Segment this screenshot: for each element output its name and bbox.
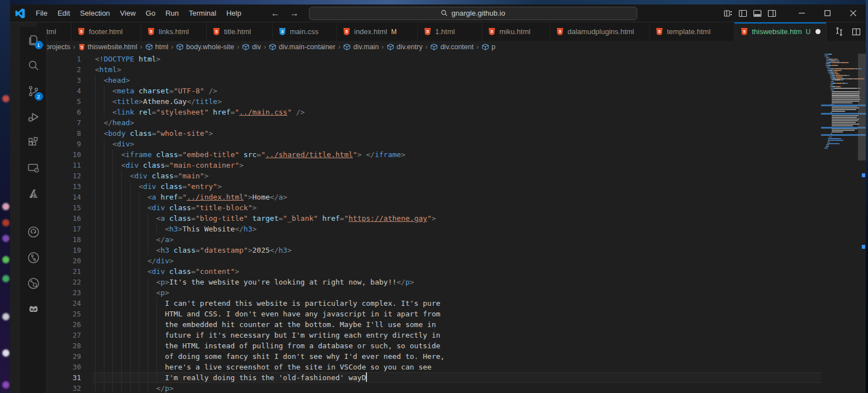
tab-label: index.html (354, 27, 387, 36)
svg-text:5: 5 (426, 29, 429, 34)
indent-guide (130, 383, 131, 393)
code-line: 9<div> (37, 139, 821, 149)
code-line-content: <div class="entry"> (95, 181, 821, 192)
sidebar-item-remote-explorer[interactable] (20, 155, 47, 181)
scrollbar-slider[interactable] (858, 54, 866, 160)
tab-git-badge: M (391, 28, 397, 36)
breadcrumb-label: div.entry (397, 43, 422, 51)
back-button[interactable]: ← (271, 8, 280, 18)
breadcrumb-item-div-main-container[interactable]: div.main-container (269, 43, 335, 51)
breadcrumb-item-div-main[interactable]: div.main (343, 43, 379, 51)
breadcrumb-item-p[interactable]: p (481, 43, 495, 51)
menu-item-run[interactable]: Run (160, 5, 184, 22)
tab-dalamudplugins-html[interactable]: 5dalamudplugins.html (550, 22, 650, 41)
symbol-icon (145, 43, 153, 51)
sidebar-item-github[interactable] (20, 219, 47, 245)
svg-text:5: 5 (345, 29, 348, 34)
indent-guide (147, 383, 148, 393)
tab-template-html[interactable]: 5template.html (650, 22, 735, 41)
indent-guide (139, 330, 139, 340)
tab-links-html[interactable]: 5links.html (141, 22, 207, 41)
tab-main-css[interactable]: 3main.css (273, 22, 337, 41)
code-text: </a> (95, 234, 821, 245)
menu-item-terminal[interactable]: Terminal (184, 5, 221, 22)
command-center-search[interactable]: gnargle.github.io (309, 7, 637, 20)
indent-guide (104, 202, 104, 213)
sidebar-item-godot-tools[interactable] (20, 296, 47, 322)
svg-text:5: 5 (559, 29, 561, 34)
minimap-line (829, 73, 840, 74)
split-editor-icon[interactable] (852, 27, 861, 36)
minimap-line (826, 63, 829, 64)
indent-guide (130, 287, 131, 298)
code-text: the HTML instead of pulling from a datab… (95, 340, 821, 351)
toggle-panel-icon[interactable] (753, 9, 762, 18)
sidebar-item-commit-graph[interactable] (20, 245, 47, 271)
code-text: </p> (95, 383, 821, 393)
indent-guide (112, 224, 113, 234)
minimap-line (824, 55, 828, 56)
indent-guide (104, 298, 104, 309)
tab-thiswebsite-html[interactable]: 5thiswebsite.htmlU (735, 22, 827, 41)
breadcrumb-separator: › (338, 43, 340, 51)
menu-item-view[interactable]: View (115, 5, 141, 22)
code-text: <!DOCTYPE html> (95, 54, 821, 64)
close-button[interactable] (840, 4, 866, 22)
indent-guide (95, 309, 96, 319)
tab-miku-html[interactable]: 5miku.html (482, 22, 550, 41)
indent-guide (95, 224, 96, 234)
code-text: <p> (95, 287, 821, 298)
breadcrumb-item-body-whole-site[interactable]: body.whole-site (176, 43, 234, 51)
menu-item-edit[interactable]: Edit (53, 5, 75, 22)
sidebar-item-extensions[interactable] (20, 130, 47, 155)
indent-guide (112, 351, 113, 362)
customize-layout-icon[interactable] (724, 9, 733, 18)
sidebar-item-source-control[interactable]: 2 (20, 78, 47, 104)
minimize-button[interactable] (789, 4, 814, 22)
menu-item-go[interactable]: Go (141, 5, 160, 22)
activity-bar: 1 2 (20, 27, 47, 393)
indent-guide (112, 383, 113, 393)
indent-guide (104, 309, 104, 319)
indent-guide (156, 362, 157, 372)
tab-footer-html[interactable]: 5footer.html (71, 22, 141, 41)
menu-item-help[interactable]: Help (221, 5, 246, 22)
minimap-line (828, 138, 841, 139)
indent-guide (121, 372, 122, 383)
toggle-secondary-sidebar-icon[interactable] (767, 9, 776, 18)
breadcrumb-item-thiswebsite-html[interactable]: 5thiswebsite.html (78, 43, 137, 51)
forward-button[interactable]: → (290, 8, 299, 18)
indent-guide (95, 139, 96, 149)
indent-guide (95, 255, 96, 266)
indent-guide (139, 362, 139, 372)
menu-item-file[interactable]: File (31, 5, 53, 22)
open-changes-icon[interactable] (834, 27, 844, 36)
sidebar-item-explorer[interactable]: 1 (20, 27, 47, 53)
code-line: 8<body class="whole-site"> (37, 128, 821, 139)
indent-guide (95, 277, 96, 287)
tab-title-html[interactable]: 5title.html (207, 22, 273, 41)
menu-item-selection[interactable]: Selection (75, 5, 115, 22)
code-text: <body class="whole-site"> (95, 128, 821, 139)
maximize-button[interactable] (814, 4, 840, 22)
source-control-badge: 2 (35, 92, 43, 101)
breadcrumb-separator: › (381, 43, 384, 51)
tab-index-html[interactable]: 5index.htmlM (337, 22, 418, 41)
breadcrumb-item-html[interactable]: html (145, 43, 169, 51)
sidebar-item-search[interactable] (20, 53, 47, 78)
toggle-primary-sidebar-icon[interactable] (738, 9, 747, 18)
dirty-indicator[interactable] (815, 29, 821, 34)
breadcrumb-item-div-entry[interactable]: div.entry (387, 43, 422, 51)
sidebar-item-run-debug[interactable] (20, 104, 47, 130)
indent-guide (156, 351, 157, 362)
tab-1-html[interactable]: 51.html (418, 22, 482, 41)
breadcrumb-item-div[interactable]: div (242, 43, 261, 51)
sidebar-item-search-commits[interactable] (20, 271, 47, 296)
sidebar-item-azure[interactable] (20, 181, 47, 207)
vertical-scrollbar[interactable] (858, 53, 866, 393)
indent-guide (121, 362, 122, 372)
breadcrumb-item-projects[interactable]: projects (46, 43, 70, 51)
svg-text:5: 5 (80, 45, 83, 49)
code-editor[interactable]: 1<!DOCTYPE html>2<html>3<head>4<meta cha… (37, 53, 866, 393)
breadcrumb-item-div-content[interactable]: div.content (430, 43, 474, 51)
